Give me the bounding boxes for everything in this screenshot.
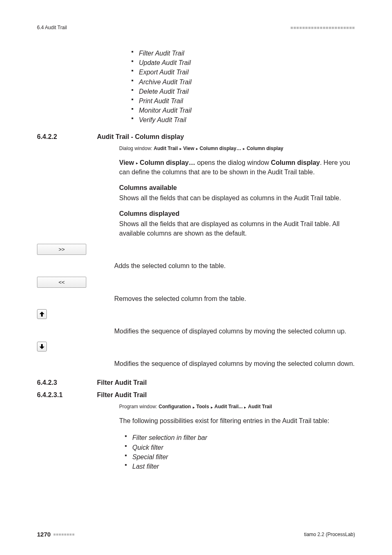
arrow-down-icon [39,344,45,349]
breadcrumb-separator-icon: ▸ [244,405,246,409]
breadcrumb-part: Audit Trail [154,146,178,151]
add-column-button[interactable]: >> [37,244,86,255]
header-decoration: ■■■■■■■■■■■■■■■■■■■■■■ [291,25,355,30]
breadcrumb-separator-icon: ▸ [196,146,198,151]
section-title-6423: Filter Audit Trail [97,379,147,386]
paragraph: The following possibilities exist for fi… [119,416,355,426]
list-item: Archive Audit Trail [131,77,355,87]
section-title-64231: Filter Audit Trail [97,391,147,399]
paragraph: Shows all the fields that are displayed … [119,219,355,238]
paragraph-text: opens the dialog window [195,159,271,166]
breadcrumb-separator-icon: ▸ [211,405,213,409]
remove-column-button[interactable]: << [37,277,86,288]
footer-decoration: ■■■■■■■■ [53,532,74,536]
breadcrumb-part: Column display… [200,146,241,151]
command-separator-icon: ▸ [136,160,138,165]
breadcrumb: Program window: Configuration▸Tools▸Audi… [119,404,355,409]
breadcrumb: Dialog window: Audit Trail▸View▸Column d… [119,146,355,151]
running-header-section: 6.4 Audit Trail [37,25,67,30]
move-down-button[interactable] [37,342,47,352]
product-label: tiamo 2.2 (ProcessLab) [304,532,355,537]
breadcrumb-part: Configuration [159,404,191,409]
list-item: Delete Audit Trail [131,87,355,96]
subheading-columns-displayed: Columns displayed [119,210,355,217]
breadcrumb-separator-icon: ▸ [180,146,182,151]
list-item: Monitor Audit Trail [131,106,355,115]
list-item: Filter selection in filter bar [125,433,355,442]
breadcrumb-part: Column display [247,146,283,151]
breadcrumb-prefix: Dialog window: [119,146,154,151]
breadcrumb-part: View [183,146,194,151]
paragraph: Shows all the fields that can be display… [119,193,355,203]
move-up-button[interactable] [37,309,47,319]
remove-column-description: Removes the selected column from the tab… [114,277,355,303]
command-text: View [119,159,134,166]
section-number-6423: 6.4.2.3 [37,379,81,386]
command-text: Column display… [140,159,195,166]
page-number: 1270 [37,531,51,538]
audit-trail-action-list: Filter Audit Trail Update Audit Trail Ex… [131,49,355,125]
breadcrumb-separator-icon: ▸ [243,146,245,151]
breadcrumb-part: Tools [196,404,209,409]
add-column-description: Adds the selected column to the table. [114,244,355,271]
list-item: Filter Audit Trail [131,49,355,58]
subheading-columns-available: Columns available [119,184,355,192]
list-item: Update Audit Trail [131,58,355,67]
list-item: Verify Audit Trail [131,115,355,125]
command-text: Column display [271,159,320,166]
list-item: Export Audit Trail [131,67,355,77]
paragraph: View ▸ Column display… opens the dialog … [119,158,355,177]
breadcrumb-prefix: Program window: [119,404,159,409]
list-item: Last filter [125,462,355,471]
breadcrumb-part: Audit Trail... [214,404,243,409]
section-title-6422: Audit Trail - Column display [97,133,184,141]
move-down-description: Modifies the sequence of displayed colum… [114,342,355,368]
move-up-description: Modifies the sequence of displayed colum… [114,309,355,336]
list-item: Special filter [125,452,355,462]
list-item: Quick filter [125,443,355,452]
breadcrumb-part: Audit Trail [248,404,272,409]
arrow-up-icon [39,311,45,317]
section-number-64231: 6.4.2.3.1 [37,391,81,399]
section-number-6422: 6.4.2.2 [37,133,81,141]
breadcrumb-separator-icon: ▸ [193,405,195,409]
list-item: Print Audit Trail [131,96,355,106]
